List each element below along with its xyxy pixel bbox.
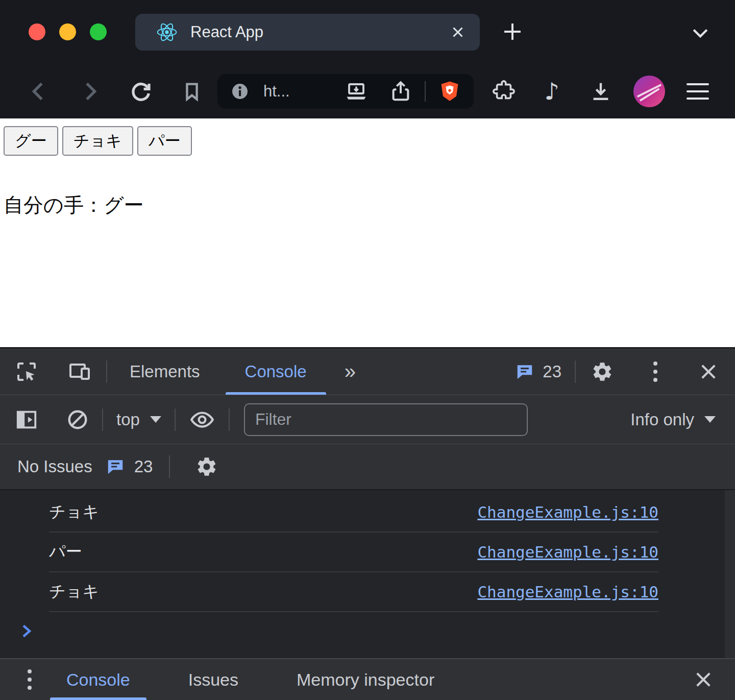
kebab-dots [653,361,657,382]
share-icon[interactable] [389,80,412,103]
extensions-puzzle-icon[interactable] [479,67,528,116]
devtools-kebab-menu-icon[interactable] [629,348,682,395]
nav-right-cluster: ♪ [479,67,722,116]
console-prompt-chevron-icon [17,622,36,640]
close-window-button[interactable] [29,23,45,40]
brave-shield-icon[interactable] [438,80,461,103]
scissors-button[interactable]: チョキ [62,126,133,156]
media-music-icon[interactable]: ♪ [528,67,576,116]
issuesbar-divider [169,455,170,478]
devtools-drawer: Console Issues Memory inspector [0,658,735,700]
devtools-panel: Elements Console » 23 [0,347,735,700]
device-toolbar-icon[interactable] [53,348,106,395]
console-prompt[interactable] [0,612,735,650]
issues-message-counter[interactable]: 23 [106,457,153,476]
hand-buttons-row: グー チョキ パー [4,126,735,156]
tab-elements[interactable]: Elements [107,348,223,395]
page-content: グー チョキ パー 自分の手：グー [0,118,735,347]
my-hand-text: 自分の手：グー [4,191,735,219]
drawer-close-icon[interactable] [683,669,724,690]
tab-search-chevron-icon[interactable] [689,21,712,44]
devtools-close-icon[interactable] [682,348,735,395]
drawer-tab-issues[interactable]: Issues [170,659,257,700]
log-level-dropdown[interactable]: Info only [617,410,716,429]
profile-avatar[interactable] [625,67,673,116]
console-sidebar-icon[interactable] [0,395,53,444]
site-info-icon[interactable] [230,81,250,102]
address-bar[interactable]: ht... [217,74,474,109]
forward-button[interactable] [64,67,115,116]
issues-count-value: 23 [134,457,153,476]
console-message-row: チョキ ChangeExample.js:10 [49,493,658,533]
drawer-tab-memory-inspector[interactable]: Memory inspector [278,659,453,700]
titlebar: React App [0,0,735,64]
console-scrollbar[interactable] [725,490,735,658]
clear-console-icon[interactable] [53,395,102,444]
minimize-window-button[interactable] [59,23,76,40]
message-bubble-icon [515,362,534,381]
navbar: ht... [0,64,735,118]
console-source-link[interactable]: ChangeExample.js:10 [477,503,658,521]
context-selector-label: top [116,410,140,429]
avatar [633,76,665,107]
issues-label: No Issues [17,457,92,476]
chevron-down-icon [150,416,161,423]
traffic-lights [29,23,107,40]
tab-console[interactable]: Console [223,348,329,395]
console-messages-area: チョキ ChangeExample.js:10 パー ChangeExample… [0,490,735,658]
hamburger-bars [687,83,709,100]
kebab-dots [28,669,32,690]
rock-button[interactable]: グー [4,126,58,156]
browser-tab[interactable]: React App [135,14,480,51]
console-filter-input[interactable] [244,403,528,436]
chevron-down-icon [704,416,716,423]
live-expression-eye-icon[interactable] [176,395,229,444]
downloads-icon[interactable] [576,67,625,116]
inspect-element-icon[interactable] [0,348,53,395]
menu-hamburger-icon[interactable] [673,67,722,116]
open-in-app-icon[interactable] [344,79,369,104]
devtools-settings-gear-icon[interactable] [576,348,629,395]
devtools-tabbar: Elements Console » 23 [0,348,735,395]
console-message-text: チョキ [49,501,99,523]
console-source-link[interactable]: ChangeExample.js:10 [477,583,658,601]
tab-title: React App [190,23,437,41]
reload-button[interactable] [115,67,166,116]
console-message-text: チョキ [49,581,99,603]
more-tabs-chevron[interactable]: » [329,360,372,383]
console-settings-gear-icon[interactable] [186,444,227,489]
console-message-text: パー [49,541,82,563]
log-level-label: Info only [630,410,694,429]
tab-close-icon[interactable] [449,23,467,41]
new-tab-button[interactable] [500,19,525,44]
bookmark-icon[interactable] [166,67,217,116]
zoom-window-button[interactable] [90,23,107,40]
message-bubble-icon [106,457,125,476]
drawer-tab-console[interactable]: Console [48,659,149,700]
issues-bar: No Issues 23 [0,444,735,490]
console-message-counter[interactable]: 23 [502,362,575,381]
console-message-row: チョキ ChangeExample.js:10 [49,572,658,612]
message-count: 23 [543,362,561,381]
console-message-row: パー ChangeExample.js:10 [49,533,658,572]
context-selector-dropdown[interactable]: top [103,410,175,429]
url-text[interactable]: ht... [263,82,290,101]
drawer-kebab-menu-icon[interactable] [11,659,48,700]
react-icon [156,21,178,43]
back-button[interactable] [13,67,64,116]
toolbar-divider-3 [229,408,230,431]
console-toolbar: top Info only [0,395,735,444]
address-bar-divider [425,81,426,102]
paper-button[interactable]: パー [137,126,192,156]
console-source-link[interactable]: ChangeExample.js:10 [477,543,658,561]
music-note-glyph: ♪ [545,80,559,103]
